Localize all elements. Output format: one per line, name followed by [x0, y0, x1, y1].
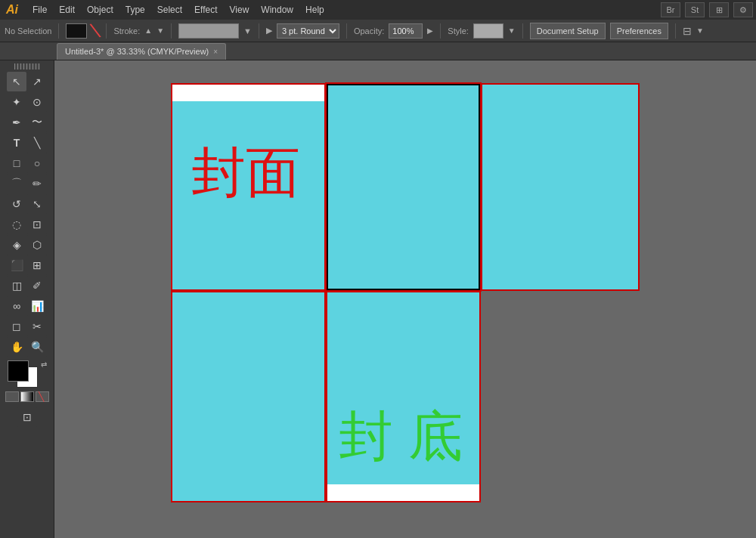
menu-effect[interactable]: Effect	[189, 3, 222, 17]
none-mode-btn[interactable]: ╲	[36, 391, 49, 402]
tool-row-4: T ╲	[7, 133, 47, 153]
tab-close-btn[interactable]: ×	[213, 48, 218, 56]
ab1-white-bar	[172, 85, 324, 101]
type-tool[interactable]: T	[7, 133, 26, 153]
color-section: ⇄	[8, 360, 47, 388]
shape-builder-tool[interactable]: ◈	[7, 235, 26, 255]
toolbar-sep-7	[522, 23, 523, 39]
style-color-box[interactable]	[473, 23, 503, 39]
mesh-tool[interactable]: ⊞	[27, 255, 47, 275]
preferences-button[interactable]: Preferences	[610, 23, 668, 39]
canvas-area[interactable]: 封面 封 底	[54, 60, 756, 538]
slice-tool[interactable]: ✂	[27, 317, 47, 336]
selection-tool[interactable]: ↖	[7, 72, 26, 91]
curvature-tool[interactable]: 〜	[27, 113, 47, 132]
ab5-text: 封 底	[339, 409, 463, 463]
menu-right-icons: Br St ⊞ ⚙	[661, 2, 753, 17]
change-screen-mode[interactable]: ⊡	[17, 407, 37, 427]
toolbar-sep-8	[675, 23, 676, 39]
main-area: ↖ ↗ ✦ ⊙ ✒ 〜 T ╲ □ ○ ⌒ ✏ ↺ ⤡ ◌ ⊡	[0, 60, 756, 538]
stroke-dropdown-arrow[interactable]: ▼	[243, 26, 252, 36]
tool-row-3: ✒ 〜	[7, 113, 47, 132]
arrange-icon[interactable]: ⊟	[683, 25, 692, 37]
lasso-tool[interactable]: ⊙	[27, 92, 47, 112]
perspective-tool[interactable]: ⬛	[7, 255, 26, 275]
tool-row-11: ◫ ✐	[7, 276, 47, 295]
workspace-icon[interactable]: ⊞	[709, 2, 729, 17]
tool-row-6: ⌒ ✏	[7, 174, 47, 193]
artboard-5[interactable]: 封 底	[326, 291, 481, 502]
toolbar-sep-1	[58, 23, 59, 39]
stroke-up-arrow[interactable]: ▲	[144, 26, 152, 35]
tool-row-13: ◻ ✂	[7, 317, 47, 336]
rotate-tool[interactable]: ↺	[7, 194, 26, 214]
paintbrush-tool[interactable]: ⌒	[7, 174, 26, 193]
pt-select[interactable]: 3 pt. Round	[277, 23, 339, 39]
tool-row-12: ∞ 📊	[7, 296, 47, 316]
swap-colors-icon[interactable]: ⇄	[41, 360, 47, 369]
toolbar-sep-4	[259, 23, 259, 39]
toolbar-sep-5	[346, 23, 347, 39]
artboard-2[interactable]	[326, 83, 481, 291]
menu-file[interactable]: File	[27, 3, 52, 17]
document-tab[interactable]: Untitled-3* @ 33.33% (CMYK/Preview) ×	[57, 43, 226, 60]
menu-select[interactable]: Select	[152, 3, 187, 17]
menu-help[interactable]: Help	[300, 3, 330, 17]
tools-panel: ↖ ↗ ✦ ⊙ ✒ 〜 T ╲ □ ○ ⌒ ✏ ↺ ⤡ ◌ ⊡	[0, 60, 54, 538]
fill-color-box[interactable]	[66, 23, 87, 39]
stroke-gradient[interactable]	[178, 23, 239, 39]
style-dropdown[interactable]: ▼	[508, 26, 516, 35]
extra-icon[interactable]: ⚙	[733, 2, 753, 17]
artboard-tool[interactable]: ◻	[7, 317, 26, 336]
stroke-down-arrow[interactable]: ▼	[156, 26, 164, 35]
gradient-mode-btn[interactable]	[20, 391, 34, 402]
artboard-4[interactable]	[171, 291, 326, 502]
tab-title: Untitled-3* @ 33.33% (CMYK/Preview)	[65, 47, 209, 56]
menu-window[interactable]: Window	[256, 3, 299, 17]
stroke-slash-indicator: ╲	[91, 23, 99, 38]
stock-icon[interactable]: St	[685, 2, 705, 17]
tool-row-9: ◈ ⬡	[7, 235, 47, 255]
tool-row-8: ◌ ⊡	[7, 215, 47, 234]
menu-view[interactable]: View	[225, 3, 255, 17]
rectangle-tool[interactable]: □	[7, 153, 26, 173]
direct-select-tool[interactable]: ↗	[27, 72, 47, 91]
scale-tool[interactable]: ⤡	[27, 194, 47, 214]
warp-tool[interactable]: ◌	[7, 215, 26, 234]
ellipse-tool[interactable]: ○	[27, 153, 47, 173]
menu-type[interactable]: Type	[120, 3, 150, 17]
foreground-color[interactable]	[8, 360, 29, 382]
free-transform-tool[interactable]: ⊡	[27, 215, 47, 234]
artboard-1[interactable]: 封面	[171, 83, 326, 291]
magic-wand-tool[interactable]: ✦	[7, 92, 26, 112]
pen-tool[interactable]: ✒	[7, 113, 26, 132]
document-setup-button[interactable]: Document Setup	[530, 23, 606, 39]
ruler-indicator	[14, 63, 40, 70]
color-mode-row: ╲	[5, 391, 49, 402]
tool-row-2: ✦ ⊙	[7, 92, 47, 112]
tab-bar: Untitled-3* @ 33.33% (CMYK/Preview) ×	[0, 42, 756, 60]
menu-edit[interactable]: Edit	[54, 3, 80, 17]
tool-row-14: ✋ 🔍	[7, 337, 47, 357]
pencil-tool[interactable]: ✏	[27, 174, 47, 193]
bridge-icon[interactable]: Br	[661, 2, 680, 17]
opacity-input[interactable]	[389, 23, 423, 39]
color-mode-btn[interactable]	[5, 391, 19, 402]
selection-label: No Selection	[5, 26, 51, 36]
arrange-dropdown[interactable]: ▼	[696, 26, 704, 35]
artboard-3[interactable]	[481, 83, 640, 291]
opacity-arrow[interactable]: ▶	[427, 26, 433, 35]
gradient-tool[interactable]: ◫	[7, 276, 26, 295]
hand-tool[interactable]: ✋	[7, 337, 26, 357]
line-tool[interactable]: ╲	[27, 133, 47, 153]
eyedropper-tool[interactable]: ✐	[27, 276, 47, 295]
stroke-slash-icon: ╲	[91, 23, 101, 38]
menu-object[interactable]: Object	[82, 3, 119, 17]
live-paint-tool[interactable]: ⬡	[27, 235, 47, 255]
zoom-tool[interactable]: 🔍	[27, 337, 47, 357]
toolbar-sep-3	[171, 23, 172, 39]
tool-row-10: ⬛ ⊞	[7, 255, 47, 275]
blend-tool[interactable]: ∞	[7, 296, 26, 316]
graph-tool[interactable]: 📊	[27, 296, 47, 316]
toolbar-sep-2	[106, 23, 107, 39]
